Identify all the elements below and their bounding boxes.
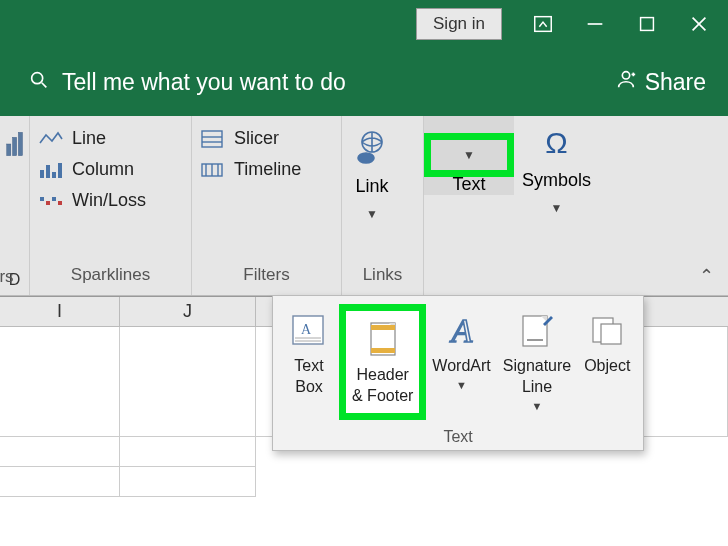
- header-footer-button[interactable]: Header & Footer: [339, 304, 426, 420]
- group-sparklines-label: Sparklines: [38, 261, 183, 289]
- svg-rect-21: [202, 131, 222, 147]
- textbox-label: Text Box: [294, 356, 323, 398]
- svg-rect-16: [58, 163, 62, 178]
- tellme-placeholder: Tell me what you want to do: [62, 69, 346, 96]
- svg-rect-13: [40, 170, 44, 178]
- share-button[interactable]: Share: [615, 68, 706, 96]
- svg-rect-0: [535, 17, 552, 32]
- text-chevron-icon[interactable]: ▼: [463, 148, 475, 162]
- link-label: Link: [355, 176, 388, 197]
- header-footer-icon: [359, 317, 407, 361]
- omega-icon: Ω: [545, 126, 567, 160]
- link-chevron-icon[interactable]: ▼: [366, 207, 378, 221]
- text-label: Text: [452, 174, 485, 195]
- signature-chevron-icon[interactable]: ▼: [532, 400, 543, 412]
- symbols-dropdown[interactable]: Ω Symbols ▼: [522, 122, 591, 289]
- ribbon-display-options-icon[interactable]: [532, 13, 554, 35]
- svg-point-5: [32, 73, 43, 84]
- tellme-input[interactable]: Tell me what you want to do: [28, 69, 346, 96]
- object-label: Object: [584, 356, 630, 377]
- svg-rect-12: [18, 132, 22, 155]
- svg-rect-10: [6, 144, 10, 156]
- symbols-label: Symbols: [522, 170, 591, 191]
- group-filters-label: Filters: [200, 261, 333, 289]
- wordart-label: WordArt: [432, 356, 490, 377]
- group-sparklines: Line Column Win/Loss Sparklines: [30, 116, 192, 295]
- svg-rect-20: [58, 201, 62, 205]
- share-label: Share: [645, 69, 706, 96]
- link-icon[interactable]: [350, 126, 394, 170]
- signature-line-icon: [513, 308, 561, 352]
- wordart-button[interactable]: A WordArt ▼: [426, 304, 496, 395]
- symbols-chevron-icon[interactable]: ▼: [551, 201, 563, 215]
- text-dropdown-popup: A Text Box Header & Footer A WordArt ▼ S…: [272, 295, 644, 451]
- object-icon: [583, 308, 631, 352]
- svg-rect-15: [52, 172, 56, 178]
- group-symbols: Ω Symbols ▼: [514, 116, 614, 295]
- group-links-label: Links: [350, 261, 415, 289]
- sparkline-line-label: Line: [72, 128, 106, 149]
- titlebar: Sign in: [0, 0, 728, 48]
- svg-point-7: [622, 72, 629, 79]
- object-button[interactable]: Object: [577, 304, 637, 381]
- svg-point-29: [358, 153, 374, 163]
- svg-rect-37: [371, 325, 395, 330]
- svg-text:A: A: [301, 322, 312, 337]
- header-footer-label: Header & Footer: [352, 365, 413, 407]
- slicer-button[interactable]: Slicer: [200, 128, 301, 149]
- column-header-I[interactable]: I: [0, 297, 120, 326]
- maximize-icon[interactable]: [636, 13, 658, 35]
- popup-group-label: Text: [279, 428, 637, 446]
- text-chevron-highlight: ▼: [424, 133, 514, 177]
- group-links: Link ▼ Links: [342, 116, 424, 295]
- collapse-ribbon-icon[interactable]: ⌃: [699, 265, 714, 287]
- signature-line-button[interactable]: Signature Line ▼: [497, 304, 578, 416]
- partial-right-label: urs: [0, 267, 14, 287]
- signature-line-label: Signature Line: [503, 356, 572, 398]
- group-filters: Slicer Timeline Filters: [192, 116, 342, 295]
- svg-rect-14: [46, 165, 50, 178]
- timeline-label: Timeline: [234, 159, 301, 180]
- minimize-icon[interactable]: [584, 13, 606, 35]
- share-icon: [615, 68, 637, 96]
- svg-rect-11: [12, 137, 16, 155]
- slicer-label: Slicer: [234, 128, 279, 149]
- svg-rect-44: [601, 324, 621, 344]
- search-icon: [28, 69, 50, 95]
- sparkline-winloss-button[interactable]: Win/Loss: [38, 190, 146, 211]
- tellme-bar: Tell me what you want to do Share: [0, 48, 728, 116]
- group-text: A Text ▼: [424, 116, 514, 295]
- signin-button[interactable]: Sign in: [416, 8, 502, 40]
- svg-text:A: A: [449, 312, 472, 349]
- text-dropdown[interactable]: A Text ▼: [424, 116, 514, 195]
- timeline-button[interactable]: Timeline: [200, 159, 301, 180]
- sparkline-winloss-label: Win/Loss: [72, 190, 146, 211]
- sparkline-column-button[interactable]: Column: [38, 159, 146, 180]
- close-icon[interactable]: [688, 13, 710, 35]
- textbox-button[interactable]: A Text Box: [279, 304, 339, 402]
- svg-rect-17: [40, 197, 44, 201]
- svg-rect-19: [52, 197, 56, 201]
- sparkline-line-button[interactable]: Line: [38, 128, 146, 149]
- svg-rect-18: [46, 201, 50, 205]
- sparkline-column-label: Column: [72, 159, 134, 180]
- wordart-icon: A: [438, 308, 486, 352]
- column-3d-icon[interactable]: [5, 126, 25, 166]
- textbox-icon: A: [285, 308, 333, 352]
- svg-rect-38: [371, 348, 395, 353]
- column-header-J[interactable]: J: [120, 297, 256, 326]
- ribbon: D Line Column Win/Loss Sparklines: [0, 116, 728, 296]
- svg-rect-2: [641, 18, 654, 31]
- svg-rect-40: [523, 316, 547, 346]
- svg-line-6: [42, 83, 47, 88]
- wordart-chevron-icon[interactable]: ▼: [456, 379, 467, 391]
